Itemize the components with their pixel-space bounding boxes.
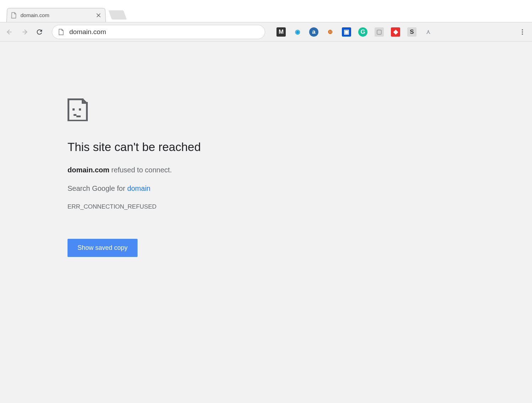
amazon-extension-icon[interactable]: a xyxy=(309,27,318,37)
svg-point-6 xyxy=(522,29,523,31)
error-title: This site can't be reached xyxy=(68,140,288,154)
grammarly-extension-icon[interactable]: G xyxy=(358,27,367,37)
sad-page-icon xyxy=(68,98,288,123)
error-message-suffix: refused to connect. xyxy=(109,166,172,174)
svg-point-7 xyxy=(522,31,523,33)
bitly-extension-icon[interactable]: ⊕ xyxy=(326,27,335,37)
show-saved-copy-button[interactable]: Show saved copy xyxy=(68,239,138,257)
compass-extension-icon[interactable]: ⋏ xyxy=(424,27,433,37)
extensions-area: M◉a⊕▣G▢◆S⋏ xyxy=(276,27,433,37)
page-content: This site can't be reached domain.com re… xyxy=(0,42,532,403)
svg-point-8 xyxy=(522,33,523,35)
red-extension-icon[interactable]: ◆ xyxy=(391,27,400,37)
screenshot-extension-icon[interactable]: ▣ xyxy=(342,27,351,37)
reload-button[interactable] xyxy=(33,26,45,38)
svg-rect-10 xyxy=(79,108,81,111)
circle-blue-extension-icon[interactable]: ◉ xyxy=(293,27,302,37)
error-message: domain.com refused to connect. xyxy=(68,165,288,175)
search-link[interactable]: domain xyxy=(127,184,151,192)
forward-button[interactable] xyxy=(18,26,31,38)
error-host: domain.com xyxy=(68,166,109,174)
browser-tab[interactable]: domain.com xyxy=(6,8,106,22)
tab-strip: domain.com xyxy=(0,0,532,22)
error-code: ERR_CONNECTION_REFUSED xyxy=(68,203,288,210)
grey-box-extension-icon[interactable]: ▢ xyxy=(375,27,384,37)
svg-rect-9 xyxy=(72,108,75,111)
tab-close-button[interactable] xyxy=(95,12,102,18)
new-tab-button[interactable] xyxy=(108,10,127,20)
back-button[interactable] xyxy=(4,26,16,38)
url-input[interactable] xyxy=(69,28,259,36)
page-info-icon[interactable] xyxy=(58,29,64,35)
error-container: This site can't be reached domain.com re… xyxy=(68,98,288,257)
search-prefix: Search Google for xyxy=(68,184,127,192)
browser-toolbar: M◉a⊕▣G▢◆S⋏ xyxy=(0,22,532,42)
page-favicon-icon xyxy=(10,12,17,18)
mega-extension-icon[interactable]: M xyxy=(276,27,286,37)
address-bar[interactable] xyxy=(52,25,265,39)
tab-title: domain.com xyxy=(20,12,95,18)
svg-rect-12 xyxy=(76,115,81,117)
browser-menu-button[interactable] xyxy=(516,26,528,38)
s-extension-icon[interactable]: S xyxy=(407,27,417,37)
svg-rect-11 xyxy=(74,114,76,116)
search-suggestion: Search Google for domain xyxy=(68,184,288,193)
